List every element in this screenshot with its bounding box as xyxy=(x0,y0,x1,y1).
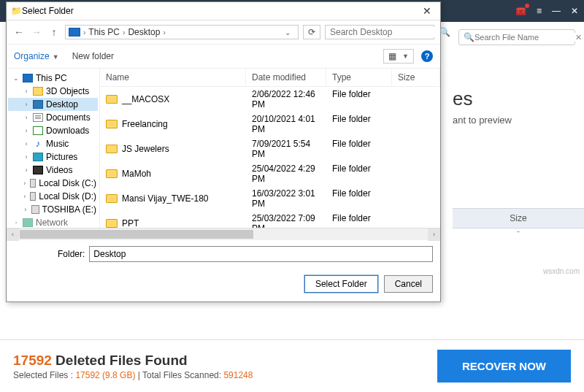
tree-music[interactable]: ›♪Music xyxy=(8,137,98,150)
file-row[interactable]: __MACOSX2/06/2022 12:46 PMFile folder xyxy=(100,87,440,112)
new-folder-button[interactable]: New folder xyxy=(72,51,114,61)
folder-icon xyxy=(106,145,118,153)
select-folder-button[interactable]: Select Folder xyxy=(304,275,378,293)
view-button[interactable]: ▦▼ xyxy=(383,49,414,64)
file-row[interactable]: PPT25/03/2022 7:09 PMFile folder xyxy=(100,211,440,228)
tree-toshiba[interactable]: ›TOSHIBA (E:) xyxy=(8,203,98,216)
crumb-thispc[interactable]: This PC xyxy=(88,27,120,37)
file-list[interactable]: Name Date modified Type Size __MACOSX2/0… xyxy=(100,69,440,228)
nav-back-icon[interactable]: ← xyxy=(12,26,26,38)
preview-panel: es ant to preview xyxy=(453,88,569,126)
tree-localc[interactable]: ›Local Disk (C:) xyxy=(8,177,98,190)
preview-heading: es xyxy=(453,88,569,110)
clear-search-icon[interactable]: ✕ xyxy=(575,33,582,42)
dialog-close-icon[interactable]: ✕ xyxy=(418,5,436,17)
view-icon: ▦ xyxy=(388,51,396,61)
file-type: File folder xyxy=(326,212,392,228)
dialog-title: Select Folder xyxy=(22,6,418,16)
dialog-search[interactable]: 🔍 xyxy=(325,25,434,39)
dialog-actions: Select Folder Cancel xyxy=(7,268,440,301)
tree-desktop[interactable]: ›Desktop xyxy=(8,98,98,111)
file-date: 25/04/2022 4:29 PM xyxy=(246,162,326,185)
dialog-body: ⌄This PC ›3D Objects ›Desktop ›Documents… xyxy=(7,69,440,228)
file-row[interactable]: JS Jewelers7/09/2021 5:54 PMFile folder xyxy=(100,137,440,161)
tree-documents[interactable]: ›Documents xyxy=(8,111,98,124)
close-icon[interactable]: ✕ xyxy=(571,6,578,16)
cart-icon[interactable]: 🧰 xyxy=(515,6,526,16)
col-name[interactable]: Name xyxy=(100,69,246,86)
menu-icon[interactable]: ≡ xyxy=(537,6,542,16)
tree-network[interactable]: ›Network xyxy=(8,216,98,228)
bg-size-header: Size xyxy=(453,208,584,228)
chevron-right-icon: › xyxy=(121,28,126,36)
file-type: File folder xyxy=(326,162,392,185)
dialog-search-input[interactable] xyxy=(330,27,439,37)
file-date: 16/03/2022 3:01 PM xyxy=(246,187,326,210)
file-date: 2/06/2022 12:46 PM xyxy=(246,88,326,111)
crumb-dropdown-icon[interactable]: ⌄ xyxy=(280,28,295,36)
refresh-icon[interactable]: ⟳ xyxy=(303,25,320,39)
deleted-heading: 17592 Deleted Files Found xyxy=(13,353,253,369)
file-row[interactable]: MaMoh25/04/2022 4:29 PMFile folder xyxy=(100,161,440,186)
dialog-nav: ← → ↑ › This PC › Desktop › ⌄ ⟳ 🔍 xyxy=(7,20,440,45)
bg-size-dash: - xyxy=(453,226,584,237)
organize-button[interactable]: Organize▼ xyxy=(14,51,59,61)
scroll-right-icon[interactable]: › xyxy=(428,228,440,241)
breadcrumb[interactable]: › This PC › Desktop › ⌄ xyxy=(65,25,299,39)
crumb-desktop[interactable]: Desktop xyxy=(128,27,160,37)
scroll-left-icon[interactable]: ‹ xyxy=(7,228,19,241)
file-size xyxy=(392,112,440,136)
folder-input[interactable] xyxy=(89,246,433,262)
nav-up-icon[interactable]: ↑ xyxy=(47,26,61,38)
footer-stats: Selected Files : 17592 (9.8 GB) | Total … xyxy=(13,370,253,380)
file-row[interactable]: Mansi Vijay_TWE-18016/03/2022 3:01 PMFil… xyxy=(100,186,440,211)
nav-forward-icon: → xyxy=(30,26,43,38)
file-name: JS Jewelers xyxy=(122,144,169,154)
app-search[interactable]: 🔍 ✕ xyxy=(458,29,575,45)
preview-text: ant to preview xyxy=(453,115,569,126)
file-date: 25/03/2022 7:09 PM xyxy=(246,212,326,228)
folder-icon xyxy=(106,169,118,178)
h-scrollbar[interactable]: ‹ › xyxy=(7,228,440,240)
file-size xyxy=(392,137,440,161)
scroll-thumb[interactable] xyxy=(20,230,253,239)
cancel-button[interactable]: Cancel xyxy=(384,275,433,293)
col-size[interactable]: Size xyxy=(392,69,440,86)
file-size xyxy=(392,187,440,210)
recover-now-button[interactable]: RECOVER NOW xyxy=(437,350,571,383)
tree-videos[interactable]: ›Videos xyxy=(8,164,98,177)
app-search-input[interactable] xyxy=(474,33,575,42)
pc-icon xyxy=(69,28,80,36)
watermark: wsxdn.com xyxy=(543,267,580,275)
tree-downloads[interactable]: ›Downloads xyxy=(8,124,98,137)
col-date[interactable]: Date modified xyxy=(246,69,326,86)
file-name: Freelancing xyxy=(122,119,168,129)
dialog-icon: 📁 xyxy=(11,6,22,16)
tree-pictures[interactable]: ›Pictures xyxy=(8,150,98,164)
file-list-header: Name Date modified Type Size xyxy=(100,69,440,87)
file-name: MaMoh xyxy=(122,169,151,179)
file-name: PPT xyxy=(122,218,139,228)
folder-tree[interactable]: ⌄This PC ›3D Objects ›Desktop ›Documents… xyxy=(7,69,100,228)
help-icon[interactable]: ? xyxy=(421,50,433,62)
file-size xyxy=(392,212,440,228)
folder-icon xyxy=(106,120,118,128)
search-icon: 🔍 xyxy=(439,27,450,37)
search-icon: 🔍 xyxy=(464,32,474,42)
col-type[interactable]: Type xyxy=(326,69,392,86)
folder-icon xyxy=(106,219,118,228)
file-type: File folder xyxy=(326,187,392,210)
file-row[interactable]: Freelancing20/10/2021 4:01 PMFile folder xyxy=(100,112,440,137)
tree-locald[interactable]: ›Local Disk (D:) xyxy=(8,190,98,203)
chevron-right-icon: › xyxy=(161,28,166,36)
dialog-titlebar: 📁 Select Folder ✕ xyxy=(7,2,440,20)
file-date: 7/09/2021 5:54 PM xyxy=(246,137,326,161)
tree-thispc[interactable]: ⌄This PC xyxy=(8,72,98,85)
file-size xyxy=(392,88,440,111)
tree-3dobjects[interactable]: ›3D Objects xyxy=(8,85,98,98)
file-size xyxy=(392,162,440,185)
select-folder-dialog: 📁 Select Folder ✕ ← → ↑ › This PC › Desk… xyxy=(6,1,441,302)
file-type: File folder xyxy=(326,137,392,161)
chevron-right-icon: › xyxy=(82,28,87,36)
minimize-icon[interactable]: — xyxy=(552,6,561,16)
